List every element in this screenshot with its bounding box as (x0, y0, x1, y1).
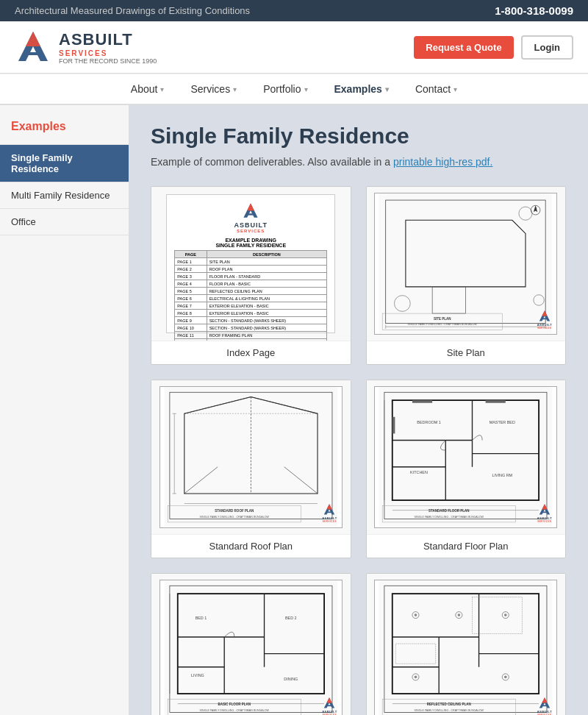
gallery-label-floor: Standard Floor Plan (416, 535, 516, 558)
svg-text:KITCHEN: KITCHEN (410, 470, 428, 474)
logo-area: ASBUILT SERVICES FOR THE RECORD SINCE 19… (15, 29, 157, 65)
sidebar-item-office[interactable]: Office (0, 208, 129, 235)
sidebar-item-single-family[interactable]: Single Family Residence (0, 144, 129, 182)
svg-text:SINGLE FAMILY DWELLING - CRAFT: SINGLE FAMILY DWELLING - CRAFTSMAN BUNGA… (199, 516, 269, 519)
nav-item-portfolio[interactable]: Portfolio ▾ (250, 74, 320, 104)
nav-item-contact[interactable]: Contact ▾ (402, 74, 470, 104)
svg-text:SINGLE FAMILY DWELLING - CRAFT: SINGLE FAMILY DWELLING - CRAFTSMAN BUNGA… (415, 709, 484, 712)
svg-point-96 (415, 614, 417, 617)
chevron-down-icon: ▾ (160, 85, 164, 93)
nav-label-services: Services (190, 83, 230, 95)
svg-point-102 (415, 676, 417, 679)
chevron-down-icon: ▾ (304, 85, 308, 93)
gallery-item-ceiling: REFLECTED CEILING PLAN SINGLE FAMILY DWE… (366, 573, 567, 715)
svg-text:SITE PLAN: SITE PLAN (434, 318, 451, 321)
gallery-image-index[interactable]: ASBUILT SERVICES EXAMPLE DRAWINGSINGLE F… (151, 187, 351, 341)
svg-rect-67 (164, 580, 337, 715)
gallery-label-site: Site Plan (440, 341, 492, 364)
content-area: Single Family Residence Example of commo… (129, 105, 588, 715)
gallery-label-index: Index Page (219, 341, 282, 364)
asbuilt-logo-icon (15, 29, 51, 65)
top-bar: Architectural Measured Drawings of Exist… (0, 0, 588, 21)
svg-text:BED 2: BED 2 (285, 616, 297, 620)
nav-item-about[interactable]: About ▾ (118, 74, 178, 104)
request-quote-button[interactable]: Request a Quote (414, 36, 513, 59)
svg-text:BEDROOM 1: BEDROOM 1 (417, 420, 442, 424)
svg-text:BASIC FLOOR PLAN: BASIC FLOOR PLAN (218, 703, 251, 707)
svg-marker-85 (327, 697, 332, 702)
svg-text:STANDARD FLOOR PLAN: STANDARD FLOOR PLAN (429, 510, 470, 513)
svg-rect-5 (246, 214, 256, 216)
page-title: Single Family Residence (151, 124, 566, 149)
gallery-image-basic-floor[interactable]: BED 1 BED 2 LIVING DINING BASIC FLOOR PL… (151, 574, 351, 715)
svg-point-104 (504, 676, 507, 679)
asbuilt-corner-logo: ASBUILT SERVICES (537, 310, 553, 330)
brand-sub: SERVICES (59, 49, 157, 57)
svg-rect-113 (541, 705, 548, 706)
svg-rect-86 (326, 705, 334, 706)
gallery-image-floor[interactable]: BEDROOM 1 MASTER BED KITCHEN LIVING RM S… (367, 380, 566, 535)
svg-text:REFLECTED CEILING PLAN: REFLECTED CEILING PLAN (427, 703, 471, 707)
gallery-item-site: N SITE PLAN SINGLE FAMILY DWELLING - CRA… (366, 186, 567, 365)
gallery-item-floor: BEDROOM 1 MASTER BED KITCHEN LIVING RM S… (366, 380, 567, 558)
asbuilt-corner-logo-ceiling: ASBUILT SERVICES (537, 697, 553, 715)
svg-marker-23 (542, 310, 547, 316)
gallery-image-site[interactable]: N SITE PLAN SINGLE FAMILY DWELLING - CRA… (367, 187, 566, 341)
nav-label-about: About (131, 83, 158, 95)
nav-label-contact: Contact (415, 83, 451, 95)
top-bar-tagline: Architectural Measured Drawings of Exist… (15, 5, 250, 16)
svg-point-98 (458, 614, 461, 617)
nav-item-services[interactable]: Services ▾ (177, 74, 250, 104)
chevron-down-icon: ▾ (385, 85, 389, 93)
gallery-item-roof: STANDARD ROOF PLAN SINGLE FAMILY DWELLIN… (151, 380, 351, 558)
login-button[interactable]: Login (521, 35, 573, 60)
svg-rect-54 (392, 417, 395, 434)
svg-text:MASTER BED: MASTER BED (490, 420, 515, 424)
sidebar: Examples Single Family Residence Multi F… (0, 105, 129, 715)
svg-rect-66 (541, 511, 548, 513)
main-layout: Examples Single Family Residence Multi F… (0, 105, 588, 715)
svg-text:LIVING: LIVING (191, 674, 204, 678)
svg-text:SINGLE FAMILY DWELLING - CRAFT: SINGLE FAMILY DWELLING - CRAFTSMAN BUNGA… (199, 709, 269, 712)
svg-rect-87 (379, 580, 553, 715)
svg-rect-43 (326, 511, 334, 513)
svg-rect-52 (412, 400, 432, 403)
gallery-item-basic-floor: BED 1 BED 2 LIVING DINING BASIC FLOOR PL… (151, 573, 351, 715)
header: ASBUILT SERVICES FOR THE RECORD SINCE 19… (0, 21, 588, 74)
gallery-item-index: ASBUILT SERVICES EXAMPLE DRAWINGSINGLE F… (151, 186, 351, 365)
svg-marker-42 (327, 504, 332, 509)
gallery-image-roof[interactable]: STANDARD ROOF PLAN SINGLE FAMILY DWELLIN… (151, 380, 351, 535)
sidebar-item-multi-family[interactable]: Multi Family Residence (0, 182, 129, 208)
svg-rect-24 (541, 318, 548, 319)
svg-text:N: N (535, 207, 537, 210)
brand-name: ASBUILT (59, 30, 157, 49)
gallery-label-roof: Standard Roof Plan (202, 535, 300, 558)
svg-marker-112 (542, 697, 547, 702)
svg-rect-44 (379, 387, 553, 527)
nav-bar: About ▾ Services ▾ Portfolio ▾ Examples … (0, 74, 588, 105)
svg-marker-65 (542, 504, 547, 509)
svg-text:STANDARD ROOF PLAN: STANDARD ROOF PLAN (215, 510, 254, 513)
header-buttons: Request a Quote Login (414, 35, 573, 60)
asbuilt-corner-logo-roof: ASBUILT SERVICES (322, 503, 337, 523)
svg-text:SINGLE FAMILY DWELLING - CRAFT: SINGLE FAMILY DWELLING - CRAFTSMAN BUNGA… (408, 324, 478, 327)
svg-text:DINING: DINING (284, 677, 298, 681)
asbuilt-corner-logo-floor: ASBUILT SERVICES (537, 503, 553, 523)
nav-item-examples[interactable]: Examples ▾ (321, 74, 402, 104)
gallery-image-ceiling[interactable]: REFLECTED CEILING PLAN SINGLE FAMILY DWE… (367, 574, 566, 715)
svg-text:SINGLE FAMILY DWELLING - CRAFT: SINGLE FAMILY DWELLING - CRAFTSMAN BUNGA… (415, 516, 484, 519)
brand-tag: FOR THE RECORD SINCE 1990 (59, 57, 157, 65)
svg-rect-2 (24, 52, 42, 55)
svg-rect-53 (486, 400, 506, 403)
printable-pdf-link[interactable]: printable high-res pdf. (393, 156, 492, 168)
sidebar-title: Examples (0, 120, 129, 144)
logo-text: ASBUILT SERVICES FOR THE RECORD SINCE 19… (59, 30, 157, 65)
nav-label-portfolio: Portfolio (263, 83, 301, 95)
gallery-grid: ASBUILT SERVICES EXAMPLE DRAWINGSINGLE F… (151, 186, 566, 715)
svg-text:BED 1: BED 1 (195, 616, 207, 620)
asbuilt-corner-logo-basic: ASBUILT SERVICES (322, 697, 337, 715)
page-subtitle: Example of common deliverables. Also ava… (151, 156, 566, 168)
top-bar-phone: 1-800-318-0099 (495, 4, 573, 17)
svg-text:LIVING RM: LIVING RM (492, 474, 513, 478)
svg-point-100 (504, 614, 507, 617)
